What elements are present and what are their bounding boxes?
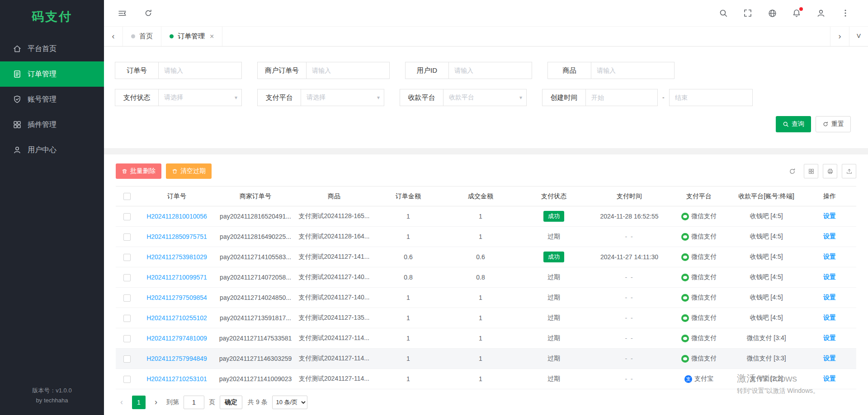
order-no-link[interactable]: H2024112757994849 <box>146 355 207 362</box>
platform-icon <box>681 314 689 322</box>
tabs-prev-button[interactable]: ‹ <box>104 27 123 46</box>
col-pay-time: 支付时间 <box>590 187 668 206</box>
order-no-link[interactable]: H2024112753981029 <box>146 253 207 261</box>
paid-amount-cell: 0.8 <box>444 267 517 288</box>
chevron-down-icon: ▾ <box>519 94 522 101</box>
order-no-link[interactable]: H2024112710099571 <box>146 274 207 281</box>
sidebar-item-user-center[interactable]: 用户中心 <box>0 137 104 163</box>
table-row: H2024112850975751 pay2024112816490225...… <box>116 227 856 247</box>
table-row: H2024112710099571 pay2024112714072058...… <box>116 267 856 288</box>
search-icon[interactable] <box>718 8 729 19</box>
page-size-select[interactable]: 10 条/页 <box>272 396 307 409</box>
topbar <box>104 0 868 26</box>
sidebar-item-home[interactable]: 平台首页 <box>0 36 104 61</box>
merchant-order-no-cell: pay202411271141009023 <box>215 369 296 389</box>
pay-status-select[interactable]: 请选择 ▾ <box>158 89 242 106</box>
receiver-cell: 微信支付 [3:3] <box>730 349 803 369</box>
settings-link[interactable]: 设置 <box>823 314 836 321</box>
platform-icon <box>681 233 689 241</box>
date-start-input[interactable] <box>585 89 658 106</box>
order-no-link[interactable]: H2024112797509854 <box>146 294 207 301</box>
clear-expired-button[interactable]: 清空过期 <box>166 163 212 179</box>
sidebar-item-orders[interactable]: 订单管理 <box>0 61 104 87</box>
platform-icon <box>681 213 689 220</box>
table-row: H2024112797481009 pay202411271147533581 … <box>116 328 856 349</box>
select-all-checkbox[interactable] <box>123 193 131 200</box>
product-cell: 支付测试20241127-114... <box>296 369 373 389</box>
main-area: ‹ 首页 订单管理 × › ˅ 订单号 <box>104 0 868 415</box>
product-input[interactable] <box>591 62 675 79</box>
pay-platform-select[interactable]: 请选择 ▾ <box>301 89 384 106</box>
row-checkbox[interactable] <box>123 213 131 220</box>
prev-page-button[interactable]: ‹ <box>116 397 127 407</box>
user-avatar-icon[interactable] <box>816 8 826 19</box>
refresh-icon[interactable] <box>143 8 154 19</box>
settings-link[interactable]: 设置 <box>823 294 836 301</box>
row-checkbox[interactable] <box>123 376 131 383</box>
more-vertical-icon[interactable] <box>840 8 851 19</box>
page-number-current[interactable]: 1 <box>132 396 146 409</box>
row-checkbox[interactable] <box>123 355 131 363</box>
settings-link[interactable]: 设置 <box>823 233 836 240</box>
sidebar-menu: 平台首页 订单管理 账号管理 插件管理 <box>0 33 104 378</box>
collapse-menu-icon[interactable] <box>117 8 127 19</box>
receiver-cell: 收钱吧 [4:5] <box>730 308 803 328</box>
sidebar-item-label: 平台首页 <box>28 44 57 54</box>
merchant-order-no-input[interactable] <box>306 62 390 79</box>
user-id-input[interactable] <box>448 62 532 79</box>
goto-page-input[interactable] <box>184 396 204 409</box>
row-checkbox[interactable] <box>123 315 131 322</box>
table-refresh-icon[interactable] <box>785 164 799 178</box>
tab-close-icon[interactable]: × <box>210 33 214 41</box>
sidebar-item-accounts[interactable]: 账号管理 <box>0 87 104 112</box>
search-button[interactable]: 查询 <box>776 116 811 132</box>
bell-icon[interactable] <box>791 8 802 19</box>
batch-delete-button[interactable]: 批量删除 <box>116 163 161 179</box>
row-checkbox[interactable] <box>123 233 131 241</box>
order-no-link[interactable]: H2024112710253101 <box>146 375 207 382</box>
search-button-label: 查询 <box>792 120 804 128</box>
tab-order-management[interactable]: 订单管理 × <box>161 27 222 46</box>
settings-link[interactable]: 设置 <box>823 273 836 280</box>
fullscreen-icon[interactable] <box>742 8 753 19</box>
receiver-platform-select[interactable]: 收款平台 ▾ <box>443 89 527 106</box>
paid-amount-cell: 1 <box>444 349 517 369</box>
order-amount-cell: 1 <box>373 288 444 308</box>
row-checkbox[interactable] <box>123 274 131 281</box>
product-cell: 支付测试20241127-114... <box>296 328 373 349</box>
settings-link[interactable]: 设置 <box>823 334 836 341</box>
date-end-input[interactable] <box>669 89 753 106</box>
next-page-button[interactable]: › <box>150 397 162 407</box>
status-badge: 过期 <box>547 294 560 301</box>
order-no-link[interactable]: H2024112810010056 <box>146 213 207 220</box>
row-checkbox[interactable] <box>123 294 131 302</box>
settings-link[interactable]: 设置 <box>823 253 836 260</box>
export-icon[interactable] <box>842 164 856 178</box>
sidebar-item-plugins[interactable]: 插件管理 <box>0 112 104 137</box>
settings-link[interactable]: 设置 <box>823 354 836 362</box>
version-text: 版本号：v1.0.0 <box>0 386 104 396</box>
row-checkbox[interactable] <box>123 254 131 261</box>
order-no-link[interactable]: H2024112710255102 <box>146 314 207 322</box>
tab-home[interactable]: 首页 <box>123 27 161 46</box>
goto-confirm-button[interactable]: 确定 <box>220 396 242 409</box>
settings-link[interactable]: 设置 <box>823 212 836 219</box>
order-no-input[interactable] <box>158 62 242 79</box>
columns-grid-icon[interactable] <box>804 164 818 178</box>
order-amount-cell: 1 <box>373 369 444 389</box>
globe-icon[interactable] <box>767 8 778 19</box>
print-icon[interactable] <box>823 164 837 178</box>
paid-amount-cell: 1 <box>444 328 517 349</box>
platform-name: 微信支付 <box>691 233 717 241</box>
pay-time-cell: - - <box>590 369 668 389</box>
reset-button[interactable]: 重置 <box>816 116 851 132</box>
tabs-collapse-button[interactable]: ˅ <box>849 27 868 46</box>
settings-link[interactable]: 设置 <box>823 375 836 382</box>
row-checkbox[interactable] <box>123 335 131 342</box>
order-no-link[interactable]: H2024112850975751 <box>146 233 207 240</box>
order-no-link[interactable]: H2024112797481009 <box>146 335 207 342</box>
platform-name: 微信支付 <box>691 314 717 322</box>
platform-icon <box>681 355 689 363</box>
col-paid-amount: 成交金额 <box>444 187 517 206</box>
tabs-next-button[interactable]: › <box>830 27 849 46</box>
